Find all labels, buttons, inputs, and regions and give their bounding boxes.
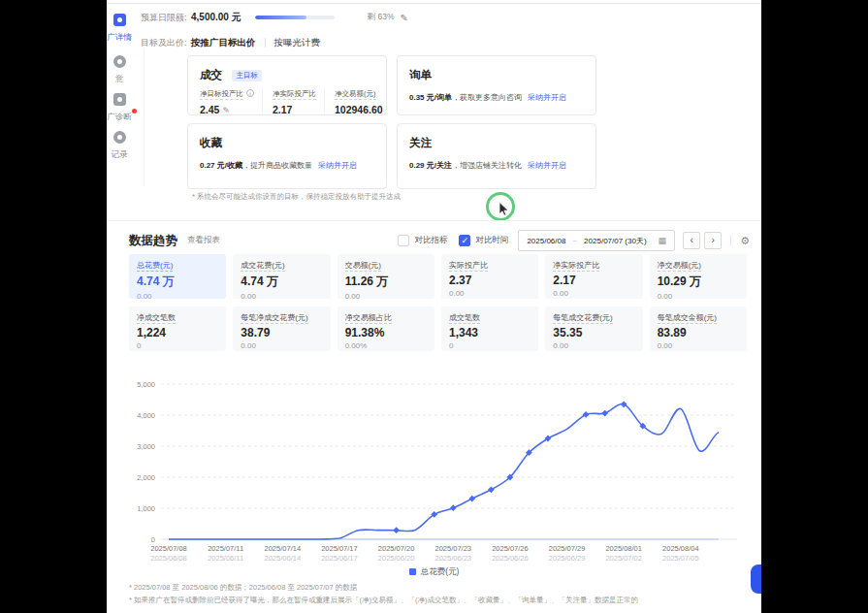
svg-text:2025/07/08: 2025/07/08 xyxy=(150,544,187,553)
tab-bid-by-goal[interactable]: 按推广目标出价 xyxy=(191,37,256,49)
tile-value: 11.26 万 xyxy=(345,274,427,290)
edit-budget-icon[interactable]: ✎ xyxy=(401,13,408,23)
adopt-open-link[interactable]: 采纳并开启 xyxy=(528,161,566,170)
tile-label: 成交花费(元) xyxy=(241,261,284,272)
gear-icon[interactable]: ⚙ xyxy=(740,235,750,247)
svg-text:2025/07/11: 2025/07/11 xyxy=(208,544,243,553)
tile-label: 交易额(元) xyxy=(345,261,381,272)
card-title: 成交 xyxy=(200,68,222,82)
metric-label: 净实际投产比 xyxy=(273,89,316,100)
inquiry-price: 0.35 元/询单 xyxy=(409,93,452,102)
inquiry-desc: ，获取更多意向咨询 xyxy=(452,93,522,102)
sidebar-item-detail[interactable]: 广详情 xyxy=(107,13,142,44)
tile-value: 2.37 xyxy=(449,274,530,287)
edit-roi-icon[interactable]: ✎ xyxy=(222,106,230,115)
compare-metric-label: 对比指标 xyxy=(414,235,447,246)
tile-net-gmv-ratio[interactable]: 净交易额占比 91.38% 0.00% xyxy=(338,306,434,351)
favorite-price: 0.27 元/收藏 xyxy=(200,161,242,170)
date-start: 2025/06/08 xyxy=(527,237,565,245)
camera-icon xyxy=(113,93,126,106)
metric-value: 2.45 xyxy=(200,104,219,115)
tile-label: 净交易额(元) xyxy=(658,261,701,272)
floating-button[interactable] xyxy=(751,565,761,594)
tile-compare-value: 0 xyxy=(137,341,218,350)
metric-label: 净交易额(元) xyxy=(335,89,376,100)
date-range-picker[interactable]: 2025/06/08 ~ 2025/07/07 (30天) ▦ xyxy=(518,230,675,251)
tile-label: 成交笔数 xyxy=(449,313,480,324)
card-title: 关注 xyxy=(409,136,432,150)
svg-text:4,000: 4,000 xyxy=(137,411,155,420)
card-inquiry: 询单 0.35 元/询单，获取更多意向咨询采纳并开启 xyxy=(397,55,596,115)
sidebar-item-history[interactable]: 记录 xyxy=(107,130,142,161)
tile-compare-value: 0.00% xyxy=(345,341,427,350)
tile-value: 35.35 xyxy=(553,326,634,339)
svg-text:2025/06/26: 2025/06/26 xyxy=(492,554,529,563)
svg-text:2025/07/02: 2025/07/02 xyxy=(605,554,642,563)
footnote-dates: * 2025/07/08 至 2025/08/06 的数据；2025/06/08… xyxy=(129,581,752,594)
tile-gmv[interactable]: 交易额(元) 11.26 万 0.00 xyxy=(338,254,434,299)
tile-label: 每笔净成交花费(元) xyxy=(241,313,307,324)
prev-period-button[interactable]: ‹ xyxy=(683,232,700,249)
tile-net-cost-per-order[interactable]: 每笔净成交花费(元) 38.79 0.00 xyxy=(233,306,330,351)
tab-separator xyxy=(265,38,266,48)
tile-value: 38.79 xyxy=(241,326,322,339)
content-panel: 广详情 意 广诊断 记录 预算日限额: 4,500.00 元 剩 63% ✎ 目… xyxy=(107,0,761,613)
tile-net-roi[interactable]: 净实际投产比 2.17 0.00 xyxy=(545,254,642,299)
compare-time-label: 对比时间 xyxy=(475,235,508,246)
tile-net-gmv[interactable]: 净交易额(元) 10.29 万 0.00 xyxy=(650,254,747,299)
goal-cards: 成交 主目标 净目标投产比i 2.45✎ 净实际投产比 2.17 净交易额(元)… xyxy=(187,55,596,189)
section-divider xyxy=(107,220,761,221)
trend-title: 数据趋势 xyxy=(129,233,177,249)
metric-net-target-roi: 净目标投产比i 2.45✎ xyxy=(200,89,262,115)
sidebar-item-diagnose[interactable]: 广诊断 xyxy=(107,92,142,123)
budget-progress-fill xyxy=(255,16,306,19)
calendar-icon: ▦ xyxy=(659,236,667,245)
primary-goal-badge: 主目标 xyxy=(232,70,262,81)
tile-compare-value: 0.00 xyxy=(658,341,739,350)
svg-text:2025/06/17: 2025/06/17 xyxy=(321,554,358,563)
tab-bid-by-impression[interactable]: 按曝光计费 xyxy=(274,37,321,49)
adopt-open-link[interactable]: 采纳并开启 xyxy=(318,161,357,170)
tile-amount-per-order[interactable]: 每笔成交金额(元) 83.89 0.00 xyxy=(650,306,747,351)
tile-label: 净交易额占比 xyxy=(345,313,392,324)
view-report-link[interactable]: 查看报表 xyxy=(187,235,220,246)
deal-metrics: 净目标投产比i 2.45✎ 净实际投产比 2.17 净交易额(元) 102946… xyxy=(200,89,374,115)
tile-net-orders[interactable]: 净成交笔数 1,224 0 xyxy=(129,306,226,351)
tile-compare-value: 0.00 xyxy=(449,289,530,298)
detail-icon xyxy=(113,14,126,26)
svg-text:2025/08/04: 2025/08/04 xyxy=(662,544,699,553)
tile-roi[interactable]: 实际投产比 2.37 0.00 xyxy=(441,254,538,299)
budget-row: 预算日限额: 4,500.00 元 剩 63% ✎ xyxy=(141,9,408,26)
compare-metric-checkbox[interactable] xyxy=(398,235,409,246)
tile-label: 净成交笔数 xyxy=(137,313,176,324)
card-favorite: 收藏 0.27 元/收藏，提升商品收藏数量采纳并开启 xyxy=(187,123,387,189)
follow-desc: ，增强店铺关注转化 xyxy=(452,161,522,170)
budget-remaining: 剩 63% xyxy=(368,12,395,23)
compare-time-checkbox[interactable]: ✓ xyxy=(459,235,470,246)
svg-text:2025/07/26: 2025/07/26 xyxy=(492,544,529,553)
tile-total-cost[interactable]: 总花费(元) 4.74 万 0.00 xyxy=(129,254,226,299)
trend-header: 数据趋势 查看报表 对比指标 ✓ 对比时间 2025/06/08 ~ 2025/… xyxy=(129,228,750,253)
legend-marker xyxy=(409,568,416,575)
tile-compare-value: 0.00 xyxy=(137,292,218,299)
tile-value: 1,343 xyxy=(449,326,530,339)
sidebar-item-label: 记录 xyxy=(107,149,142,161)
goal-note: * 系统会尽可能达成你设置的目标，保持稳定投放有助于提升达成 xyxy=(192,192,401,202)
tile-cost-per-order[interactable]: 每笔成交花费(元) 35.35 0.00 xyxy=(545,306,642,351)
next-period-button[interactable]: › xyxy=(704,232,722,249)
metric-value: 102946.60 xyxy=(335,104,383,115)
sidebar-item-creative[interactable]: 意 xyxy=(107,54,142,85)
info-icon[interactable]: i xyxy=(246,89,254,97)
svg-text:2025/07/17: 2025/07/17 xyxy=(321,544,358,553)
tile-compare-value: 0.00 xyxy=(241,292,322,299)
svg-text:0: 0 xyxy=(151,535,155,544)
adopt-open-link[interactable]: 采纳并开启 xyxy=(528,93,566,102)
svg-text:2025/06/23: 2025/06/23 xyxy=(434,554,471,563)
tile-orders[interactable]: 成交笔数 1,343 0 xyxy=(441,306,538,351)
budget-value: 4,500.00 元 xyxy=(191,11,241,24)
svg-text:2025/08/01: 2025/08/01 xyxy=(605,544,642,553)
tile-deal-cost[interactable]: 成交花费(元) 4.74 万 0.00 xyxy=(233,254,330,299)
sidebar-divider xyxy=(144,50,145,186)
date-separator: ~ xyxy=(572,237,577,245)
tile-label: 实际投产比 xyxy=(449,261,488,272)
